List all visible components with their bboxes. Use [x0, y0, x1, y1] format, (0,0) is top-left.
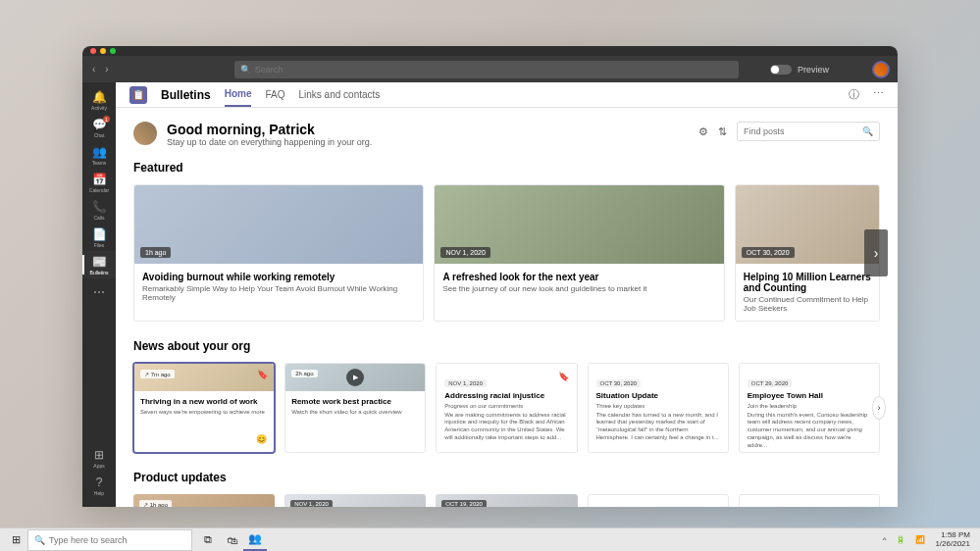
news-card[interactable]: 2h ago▶ Remote work best practiceWatch t…: [284, 363, 426, 453]
calendar-icon: 📅: [92, 173, 107, 186]
tab-links[interactable]: Links and contacts: [298, 83, 380, 106]
product-card[interactable]: OCT 19, 2020▶: [436, 494, 577, 507]
card-title: Employee Town Hall: [748, 391, 871, 401]
date-badge: NOV 1, 2020: [444, 379, 487, 387]
date-badge: OCT 30, 2020: [742, 247, 795, 258]
card-subtitle: Remarkably Simple Way to Help Your Team …: [142, 284, 415, 302]
news-heading: News about your org: [133, 339, 880, 353]
taskbar-search-input[interactable]: [49, 535, 185, 545]
bookmark-icon[interactable]: 🔖: [257, 370, 268, 379]
product-card[interactable]: OCT 1, 2020 What's new in OctoberFive pr…: [739, 494, 880, 507]
sidebar-item-teams[interactable]: 👥Teams: [82, 141, 116, 169]
product-card[interactable]: NOV 1, 2020▶: [284, 494, 426, 507]
card-text: During this month's event, Contoso leade…: [748, 412, 871, 450]
date-badge: NOV 1, 2020: [290, 500, 333, 507]
product-card[interactable]: OCT 15, 2020 Defining what's next for Co…: [588, 494, 729, 507]
files-icon: 📄: [92, 227, 107, 241]
time-badge: ↗ 1h ago: [139, 500, 172, 507]
more-menu-icon[interactable]: ⋯: [873, 87, 884, 102]
teams-icon: 👥: [92, 145, 107, 159]
bookmark-icon[interactable]: 🔖: [558, 372, 569, 381]
featured-card[interactable]: NOV 1, 2020 A refreshed look for the nex…: [434, 184, 724, 322]
bulletins-icon: 📰: [92, 255, 107, 269]
news-card[interactable]: ↗ 7m ago🔖 Thriving in a new world of wor…: [133, 363, 275, 453]
time-badge: 2h ago: [291, 370, 317, 377]
teams-taskbar-button[interactable]: 👥: [243, 529, 267, 551]
task-view-button[interactable]: ⧉: [196, 529, 220, 551]
scroll-right-button[interactable]: ›: [864, 229, 888, 276]
sidebar-item-files[interactable]: 📄Files: [82, 224, 116, 251]
app-name: Bulletins: [161, 88, 211, 102]
date-badge: OCT 29, 2020: [748, 379, 793, 387]
minimize-dot[interactable]: [100, 48, 106, 54]
featured-card[interactable]: OCT 30, 2020 Helping 10 Million Learners…: [735, 184, 880, 322]
info-icon[interactable]: ⓘ: [849, 87, 859, 102]
card-subtitle: Watch the short video for a quick overvi…: [291, 409, 419, 415]
back-button[interactable]: ‹: [92, 64, 95, 75]
search-icon: 🔍: [34, 535, 45, 545]
sidebar-item-calendar[interactable]: 📅Calendar: [82, 169, 116, 196]
bulletins-app-icon: 📋: [129, 86, 147, 104]
sort-icon[interactable]: ⇅: [718, 125, 727, 138]
card-subtitle: Progress on our commitments: [444, 403, 568, 409]
news-card[interactable]: OCT 30, 2020 Situation UpdateThree key u…: [588, 363, 729, 453]
featured-card[interactable]: 1h ago Avoiding burnout while working re…: [133, 184, 424, 322]
find-posts-input[interactable]: [744, 126, 862, 136]
maximize-dot[interactable]: [110, 48, 116, 54]
wifi-icon[interactable]: 📶: [915, 535, 925, 544]
search-input[interactable]: [255, 65, 733, 75]
news-card[interactable]: NOV 1, 2020🔖 Addressing racial injustice…: [436, 363, 577, 453]
time-badge: ↗ 7m ago: [140, 370, 175, 378]
filter-icon[interactable]: ⚙: [698, 125, 708, 138]
preview-toggle[interactable]: [770, 65, 792, 75]
forward-button[interactable]: ›: [105, 64, 108, 75]
greeting-avatar: [133, 122, 157, 145]
products-heading: Product updates: [133, 471, 880, 484]
start-button[interactable]: ⊞: [4, 529, 27, 551]
card-text: The calendar has turned to a new month, …: [596, 412, 720, 442]
greeting-subtitle: Stay up to date on everything happening …: [167, 137, 372, 147]
search-icon[interactable]: 🔍: [862, 126, 873, 136]
tab-home[interactable]: Home: [225, 82, 252, 107]
reaction-badge[interactable]: 😊: [254, 432, 268, 446]
date-badge: NOV 1, 2020: [440, 247, 490, 258]
date-badge: OCT 19, 2020: [441, 500, 487, 507]
sidebar-item-apps[interactable]: ⊞Apps: [93, 444, 104, 472]
store-button[interactable]: 🛍: [220, 529, 243, 551]
tab-faq[interactable]: FAQ: [265, 83, 284, 106]
sidebar-item-bulletins[interactable]: 📰Bulletins: [82, 251, 116, 278]
search-icon: 🔍: [240, 65, 251, 75]
help-icon: ?: [96, 476, 103, 489]
card-subtitle: Our Continued Commitment to Help Job See…: [744, 295, 871, 313]
user-avatar[interactable]: [872, 61, 890, 78]
card-subtitle: Three key updates: [596, 403, 720, 409]
card-subtitle: See the journey of our new look and guid…: [442, 284, 715, 293]
system-clock[interactable]: 1:58 PM 1/26/2021: [935, 531, 976, 549]
card-title: Helping 10 Million Learners and Counting: [744, 272, 871, 293]
news-card[interactable]: OCT 29, 2020 Employee Town HallJoin the …: [739, 363, 880, 453]
tray-chevron-icon[interactable]: ^: [883, 535, 887, 544]
product-card[interactable]: ↗ 1h ago: [133, 494, 275, 507]
date-badge: 1h ago: [140, 247, 171, 258]
sidebar-item-chat[interactable]: 💬Chat1: [82, 114, 116, 141]
play-button-icon[interactable]: ▶: [346, 369, 364, 386]
bell-icon: 🔔: [92, 90, 107, 104]
sidebar-item-help[interactable]: ?Help: [93, 472, 104, 499]
card-title: Addressing racial injustice: [444, 391, 568, 401]
global-search[interactable]: 🔍: [234, 61, 739, 78]
taskbar-search[interactable]: 🔍: [27, 529, 192, 551]
close-dot[interactable]: [90, 48, 96, 54]
sidebar-item-more[interactable]: ⋯: [82, 278, 116, 306]
phone-icon: 📞: [92, 200, 107, 214]
battery-icon[interactable]: 🔋: [896, 535, 905, 544]
card-title: Remote work best practice: [291, 397, 419, 407]
card-title: Avoiding burnout while working remotely: [142, 272, 415, 282]
sidebar-item-activity[interactable]: 🔔Activity: [82, 86, 116, 114]
sidebar-item-calls[interactable]: 📞Calls: [82, 196, 116, 224]
card-text: We are making commitments to address rac…: [444, 412, 568, 442]
card-title: Thriving in a new world of work: [140, 397, 268, 407]
chat-badge: 1: [103, 116, 110, 123]
scroll-right-button[interactable]: ›: [872, 396, 886, 420]
find-posts-box[interactable]: 🔍: [737, 122, 880, 141]
greeting-title: Good morning, Patrick: [167, 122, 372, 137]
